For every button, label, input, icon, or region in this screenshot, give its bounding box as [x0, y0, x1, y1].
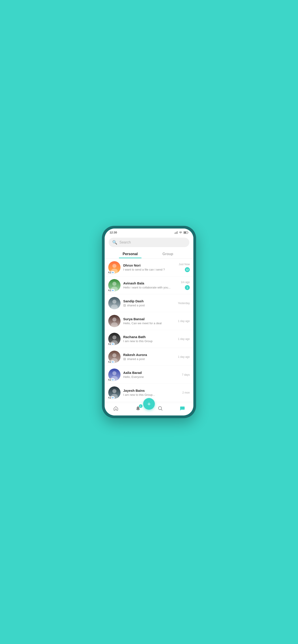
chat-list: 4.2 ★ Dhruv Nori I want to send a file c…: [105, 258, 193, 403]
star-icon-2: ★: [112, 289, 114, 292]
rating-badge-8: 4.2 ★: [107, 396, 115, 399]
chat-time-5: 1 day ago: [178, 338, 190, 340]
battery-icon: [184, 231, 188, 234]
svg-point-13: [112, 300, 116, 304]
chat-meta-1: Just Now12: [179, 263, 190, 272]
rating-badge-5: 4.2 ★: [107, 342, 115, 346]
chat-content-8: Jayesh Bains I am new to this Group...: [123, 389, 180, 396]
star-icon-8: ★: [112, 396, 114, 399]
chat-preview-6: 🖼 shared a post: [123, 357, 175, 361]
chat-time-4: 1 day ago: [178, 320, 190, 323]
fab-plus-icon: +: [147, 401, 151, 407]
rating-value-6: 4.2: [108, 361, 111, 363]
svg-point-10: [112, 282, 116, 286]
avatar-wrapper-3: [108, 297, 120, 309]
svg-rect-4: [184, 232, 186, 233]
chat-preview-text-3: shared a post: [127, 304, 145, 307]
chat-content-2: Avinash Bala Hello i want to collaborate…: [123, 281, 178, 289]
rating-value-2: 4.2: [108, 289, 111, 292]
chat-time-1: Just Now: [179, 263, 190, 266]
star-icon-6: ★: [112, 361, 114, 363]
avatar-wrapper-6: 4.2 ★: [108, 350, 120, 363]
chat-meta-8: 2 mon: [182, 391, 190, 394]
svg-point-28: [112, 389, 116, 393]
home-icon: [113, 406, 118, 411]
svg-rect-5: [188, 232, 188, 233]
chat-time-7: 7 days: [182, 373, 190, 376]
svg-marker-2: [177, 231, 178, 234]
chat-name-4: Surya Bansal: [123, 317, 175, 321]
rating-value-5: 4.2: [108, 343, 111, 345]
chat-preview-text-8: I am new to this Group...: [123, 393, 155, 396]
chat-preview-text-5: I am new to this Group: [123, 340, 153, 343]
nav-notifications[interactable]: 1: [132, 405, 144, 412]
chat-item-7[interactable]: 4.2 ★ Aalia Barad Hello, Everyone 7 days: [105, 366, 193, 384]
star-icon-1: ★: [112, 271, 114, 274]
fab-button[interactable]: +: [143, 398, 155, 410]
chat-item-2[interactable]: 4.2 ★ Avinash Bala Hello i want to colla…: [105, 276, 193, 294]
signal-icon: [175, 231, 178, 234]
nav-search[interactable]: [154, 405, 167, 412]
chat-meta-4: 1 day ago: [178, 320, 190, 323]
avatar-wrapper-1: 4.2 ★: [108, 261, 120, 274]
rating-value-8: 4.2: [108, 396, 111, 399]
chat-preview-text-1: I want to send a file can i send ?: [123, 268, 165, 271]
phone-device: 12:30: [102, 226, 196, 418]
nav-home[interactable]: [110, 405, 122, 412]
star-icon-5: ★: [112, 343, 114, 345]
chat-item-3[interactable]: Sandip Dash 🖼 shared a post Yesterday: [105, 294, 193, 312]
chat-item-5[interactable]: 4.2 ★ Rachana Bath I am new to this Grou…: [105, 330, 193, 348]
avatar-wrapper-2: 4.2 ★: [108, 279, 120, 291]
chat-time-8: 2 mon: [182, 391, 190, 394]
search-bar[interactable]: 🔍 Search: [109, 238, 189, 247]
chat-preview-text-6: shared a post: [127, 357, 145, 361]
chat-preview-5: I am new to this Group: [123, 340, 175, 343]
search-placeholder-text: Search: [119, 240, 131, 244]
chat-meta-2: 1m ago1: [181, 281, 190, 290]
status-bar: 12:30: [105, 228, 193, 236]
svg-point-19: [112, 336, 116, 340]
chat-name-3: Sandip Dash: [123, 299, 175, 303]
chat-preview-8: I am new to this Group...: [123, 393, 180, 396]
rating-value-7: 4.2: [108, 378, 111, 381]
svg-marker-1: [176, 232, 177, 234]
avatar-4: [108, 315, 120, 327]
chat-time-2: 1m ago: [181, 281, 190, 284]
chat-meta-5: 1 day ago: [178, 338, 190, 340]
nav-chat[interactable]: [176, 405, 189, 412]
status-icons: [175, 231, 188, 234]
avatar-wrapper-4: [108, 315, 120, 327]
rating-value-1: 4.2: [108, 271, 111, 274]
chat-name-2: Avinash Bala: [123, 281, 178, 285]
tab-group[interactable]: Group: [149, 249, 187, 258]
notification-badge: 1: [139, 404, 142, 408]
chat-item-1[interactable]: 4.2 ★ Dhruv Nori I want to send a file c…: [105, 258, 193, 276]
chat-name-6: Rakesh Aurora: [123, 353, 175, 357]
shared-post-icon-6: 🖼: [123, 358, 126, 361]
unread-badge-1: 12: [185, 267, 190, 272]
avatar-3: [108, 297, 120, 309]
rating-badge-6: 4.2 ★: [107, 360, 115, 363]
chat-preview-7: Hello, Everyone: [123, 375, 179, 378]
svg-marker-0: [175, 232, 176, 234]
tab-personal[interactable]: Personal: [111, 249, 149, 258]
chat-item-6[interactable]: 4.2 ★ Rakesh Aurora 🖼 shared a post 1 da…: [105, 348, 193, 366]
chat-meta-3: Yesterday: [178, 302, 190, 305]
chat-content-1: Dhruv Nori I want to send a file can i s…: [123, 264, 176, 271]
chat-preview-text-4: Hello, Can we meet for a deal: [123, 322, 162, 325]
chat-item-4[interactable]: Surya Bansal Hello, Can we meet for a de…: [105, 312, 193, 330]
tab-bar: Personal Group: [105, 249, 193, 258]
shared-post-icon-3: 🖼: [123, 304, 126, 307]
chat-content-5: Rachana Bath I am new to this Group: [123, 335, 175, 343]
chat-nav-icon: [180, 406, 185, 411]
bottom-nav: + 1: [105, 403, 193, 416]
chat-preview-4: Hello, Can we meet for a deal: [123, 322, 175, 325]
svg-point-22: [112, 353, 116, 357]
chat-name-5: Rachana Bath: [123, 335, 175, 339]
status-time: 12:30: [110, 231, 117, 234]
rating-badge-1: 4.2 ★: [107, 271, 115, 274]
avatar-wrapper-7: 4.2 ★: [108, 368, 120, 381]
unread-badge-2: 1: [185, 285, 190, 290]
wifi-icon: [179, 231, 182, 234]
chat-name-7: Aalia Barad: [123, 371, 179, 374]
